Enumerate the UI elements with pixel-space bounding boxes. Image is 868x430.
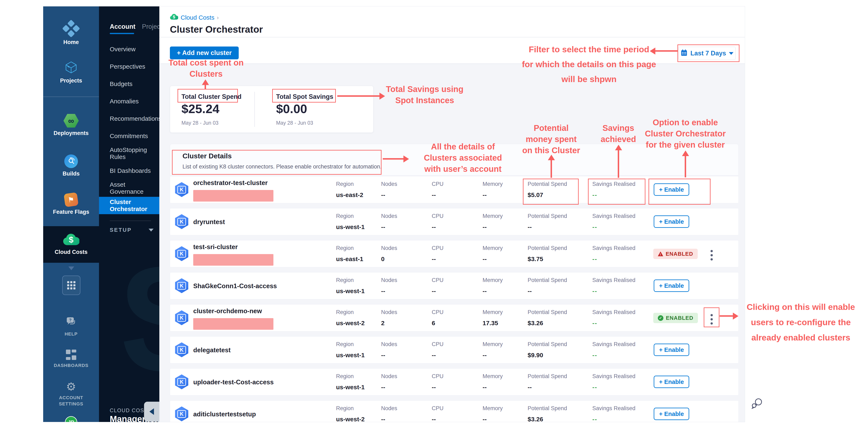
cluster-name: orchestrator-test-cluster [193,179,268,187]
column-label: Savings Realised [592,277,636,283]
sidebar-item-anomalies[interactable]: Anomalies [99,93,159,110]
user-avatar[interactable]: JB [65,416,77,422]
sidebar-collapse-button[interactable] [144,402,159,422]
column-label: CPU [432,373,443,379]
add-new-cluster-button[interactable]: + Add new cluster [170,47,239,59]
sidebar-item-overview[interactable]: Overview [99,40,159,58]
cell-memory: Memory-- [483,277,503,295]
nav-builds[interactable]: Builds [43,154,99,177]
kubernetes-cluster-icon: K [175,246,188,261]
cluster-row: K test-sri-cluster + Enable !ENABLED ✓EN… [170,240,739,267]
column-label: Savings Realised [592,341,636,347]
chat-widget-button[interactable] [751,397,764,410]
nav-cloud-costs[interactable]: $ Cloud Costs [43,226,99,263]
cell-cpu: CPU6 [432,309,443,327]
cell-value: $5.07 [528,191,567,198]
panes-icon [66,349,76,360]
date-range-filter[interactable]: Last 7 Days [679,47,736,60]
title-band: $ Cloud Costs › Cluster Orchestrator [159,6,745,37]
cell-nodes: Nodes-- [381,181,397,198]
cell-savings-realised: Savings Realised-- [592,213,636,231]
cell-cpu: CPU-- [432,213,443,231]
nav-feature-flags[interactable]: ⚑ Feature Flags [43,193,99,215]
nav-projects[interactable]: Projects [43,61,99,84]
column-label: Memory [483,181,503,187]
column-label: Savings Realised [592,373,636,379]
cluster-name: uploader-test-Cost-access [193,378,274,386]
module-picker-button[interactable] [62,276,81,295]
sidebar-item-asset-governance[interactable]: Asset Governance [99,179,159,197]
column-label: Savings Realised [592,309,636,315]
cell-potential-spend: Potential Spend$5.07 [528,181,567,198]
cluster-name: delegatetest [193,346,230,354]
page-title: Cluster Orchestrator [170,24,263,35]
cell-value: us-west-1 [336,223,365,231]
kebab-menu-icon[interactable] [710,313,714,326]
tab-account[interactable]: Account [110,23,135,30]
cloud-costs-sidebar: $ Account Project OverviewPerspectivesBu… [99,6,159,422]
cell-value: -- [592,319,636,327]
column-label: Nodes [381,341,397,347]
cell-value: -- [381,191,397,198]
enable-button[interactable]: + Enable [654,344,689,356]
sidebar-item-cluster-orchestrator[interactable]: Cluster Orchestrator [99,197,159,214]
kubernetes-cluster-icon: K [175,310,188,325]
cell-potential-spend: Potential Spend$9.90 [528,341,567,359]
column-label: Memory [483,309,503,315]
kubernetes-cluster-icon: K [175,342,188,357]
warning-icon: ! [658,252,663,256]
nav-help[interactable]: ? HELP [43,316,99,337]
column-label: Savings Realised [592,213,636,219]
nav-deployments[interactable]: ∞ Deployments [43,114,99,136]
sidebar-item-autostopping-rules[interactable]: AutoStopping Rules [99,145,159,162]
column-label: Nodes [381,405,397,411]
cell-memory: Memory-- [483,245,503,263]
nav-feature-flags-label: Feature Flags [53,209,89,215]
cell-value: us-east-2 [336,191,363,198]
cell-nodes: Nodes-- [381,405,397,422]
total-cluster-spend-label: Total Cluster Spend [182,93,242,100]
cell-savings-realised: Savings Realised-- [592,373,636,391]
enable-button[interactable]: + Enable [654,279,689,292]
cell-cpu: CPU-- [432,341,443,359]
breadcrumb-link[interactable]: Cloud Costs [181,14,214,21]
cell-value: -- [432,416,443,422]
sidebar-item-perspectives[interactable]: Perspectives [99,58,159,75]
cell-value: -- [483,384,503,391]
nav-account-settings[interactable]: ⚙ ACCOUNT SETTINGS [43,381,99,407]
cell-value: 6 [432,319,443,327]
cluster-name: dryruntest [193,218,225,226]
sidebar-item-bi-dashboards[interactable]: BI Dashboards [99,162,159,179]
column-label: CPU [432,341,443,347]
cluster-row: K uploader-test-Cost-access + Enable !EN… [170,368,739,396]
cell-memory: Memory-- [483,341,503,359]
cell-value: $3.75 [528,255,567,263]
nav-dashboards[interactable]: DASHBOARDS [43,349,99,369]
rail-chevron-down-icon[interactable] [68,267,74,270]
cell-savings-realised: Savings Realised-- [592,181,636,198]
column-label: Potential Spend [528,213,567,219]
kebab-menu-icon[interactable] [710,249,714,261]
enable-button[interactable]: + Enable [654,183,689,196]
kubernetes-cluster-icon: K [175,374,188,389]
nav-home[interactable]: Home [43,23,99,45]
sidebar-item-recommendations[interactable]: Recommendations [99,110,159,127]
sidebar-divider [110,221,151,221]
column-label: Memory [483,245,503,251]
sidebar-item-budgets[interactable]: Budgets [99,75,159,93]
sidebar-item-commitments[interactable]: Commitments [99,127,159,145]
column-label: Nodes [381,245,397,251]
cell-value: $3.26 [528,319,567,327]
enable-button[interactable]: + Enable [654,376,689,388]
cell-value: $9.90 [528,351,567,359]
chat-question-icon: ? [65,316,77,329]
cell-value: -- [592,287,636,295]
cluster-name: test-sri-cluster [193,243,238,251]
cell-value: -- [432,351,443,359]
enable-button[interactable]: + Enable [654,408,689,420]
enable-button[interactable]: + Enable [654,215,689,228]
kubernetes-cluster-icon: K [175,182,188,197]
sidebar-setup[interactable]: SETUP [110,227,154,233]
tab-project[interactable]: Project [142,23,159,30]
cluster-table: K orchestrator-test-cluster + Enable !EN… [170,176,739,422]
